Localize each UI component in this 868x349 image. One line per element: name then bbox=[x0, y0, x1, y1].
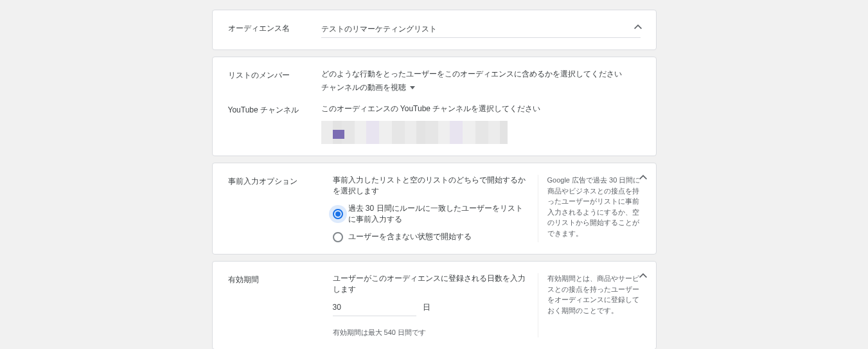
prefill-radio-prefill-label[interactable]: 過去 30 日間にルールに一致したユーザーをリストに事前入力する bbox=[348, 203, 526, 225]
list-members-dropdown-value: チャンネルの動画を視聴 bbox=[321, 82, 406, 93]
list-members-dropdown[interactable]: チャンネルの動画を視聴 bbox=[321, 82, 415, 93]
list-members-label: リストのメンバー bbox=[228, 69, 321, 81]
chevron-down-icon bbox=[410, 86, 415, 89]
prefill-radio-empty-label[interactable]: ユーザーを含まない状態で開始する bbox=[348, 231, 472, 242]
duration-helptext: ユーザーがこのオーディエンスに登録される日数を入力します bbox=[333, 273, 526, 295]
youtube-channel-label: YouTube チャンネル bbox=[228, 103, 321, 116]
youtube-channel-helptext: このオーディエンスの YouTube チャンネルを選択してください bbox=[321, 103, 641, 114]
list-members-card: リストのメンバー どのような行動をとったユーザーをこのオーディエンスに含めるかを… bbox=[212, 57, 657, 156]
audience-name-label: オーディエンス名 bbox=[228, 22, 321, 34]
duration-side-help: 有効期間とは、商品やサービスとの接点を持ったユーザーをオーディエンスに登録してお… bbox=[547, 273, 641, 316]
collapse-toggle-icon[interactable] bbox=[639, 273, 647, 278]
prefill-helptext: 事前入力したリストと空のリストのどちらで開始するかを選択します bbox=[333, 175, 526, 197]
youtube-channel-selector-blurred[interactable] bbox=[321, 121, 508, 144]
duration-input[interactable] bbox=[333, 301, 416, 316]
prefill-label: 事前入力オプション bbox=[228, 175, 321, 242]
prefill-radio-prefill[interactable] bbox=[333, 209, 343, 219]
duration-card: 有効期間 ユーザーがこのオーディエンスに登録される日数を入力します 日 有効期間… bbox=[212, 261, 657, 349]
prefill-side-help: Google 広告で過去 30 日間に商品やビジネスとの接点を持ったユーザーがリ… bbox=[547, 175, 641, 238]
list-members-helptext: どのような行動をとったユーザーをこのオーディエンスに含めるかを選択してください bbox=[321, 69, 641, 80]
audience-name-input[interactable] bbox=[321, 22, 641, 38]
collapse-toggle-icon[interactable] bbox=[639, 175, 647, 180]
audience-name-card: オーディエンス名 bbox=[212, 10, 657, 50]
duration-unit: 日 bbox=[423, 302, 430, 313]
prefill-radio-empty[interactable] bbox=[333, 232, 343, 242]
duration-label: 有効期間 bbox=[228, 273, 321, 337]
duration-helper: 有効期間は最大 540 日間です bbox=[333, 328, 526, 337]
prefill-options-card: 事前入力オプション 事前入力したリストと空のリストのどちらで開始するかを選択しま… bbox=[212, 163, 657, 255]
